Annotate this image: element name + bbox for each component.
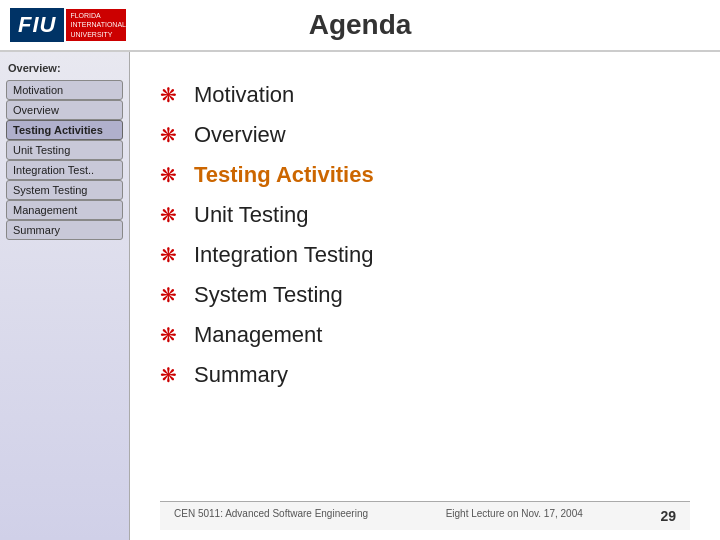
bullet-item: ❋System Testing [160,282,690,308]
page-title: Agenda [309,9,412,41]
bullet-item: ❋Unit Testing [160,202,690,228]
bullet-text: System Testing [194,282,343,308]
bullet-symbol-icon: ❋ [160,203,180,227]
footer-right: Eight Lecture on Nov. 17, 2004 [446,508,583,524]
logo-text: FIU [10,8,64,42]
bullet-symbol-icon: ❋ [160,283,180,307]
sidebar-item-integrationtest..[interactable]: Integration Test.. [6,160,123,180]
bullet-text: Overview [194,122,286,148]
agenda-list: ❋Motivation❋Overview❋Testing Activities❋… [160,82,690,402]
bullet-item: ❋Motivation [160,82,690,108]
bullet-text: Management [194,322,322,348]
bullet-text: Unit Testing [194,202,309,228]
bullet-text: Integration Testing [194,242,373,268]
bullet-symbol-icon: ❋ [160,243,180,267]
footer-left: CEN 5011: Advanced Software Engineering [174,508,368,524]
bullet-symbol-icon: ❋ [160,123,180,147]
bullet-item: ❋Overview [160,122,690,148]
bullet-symbol-icon: ❋ [160,83,180,107]
sidebar-item-management[interactable]: Management [6,200,123,220]
main-content: Overview: MotivationOverviewTesting Acti… [0,52,720,540]
bullet-text: Motivation [194,82,294,108]
bullet-symbol-icon: ❋ [160,323,180,347]
bullet-item: ❋Integration Testing [160,242,690,268]
sidebar-section-label: Overview: [6,62,123,74]
logo-area: FIU FLORIDA INTERNATIONAL UNIVERSITY [10,8,126,42]
logo-subtitle: FLORIDA INTERNATIONAL UNIVERSITY [66,9,126,40]
header: FIU FLORIDA INTERNATIONAL UNIVERSITY Age… [0,0,720,52]
sidebar-item-testingactivities[interactable]: Testing Activities [6,120,123,140]
bullet-symbol-icon: ❋ [160,163,180,187]
sidebar-item-systemtesting[interactable]: System Testing [6,180,123,200]
bullet-item: ❋Testing Activities [160,162,690,188]
sidebar-item-overview[interactable]: Overview [6,100,123,120]
content-area: ❋Motivation❋Overview❋Testing Activities❋… [130,52,720,540]
bullet-item: ❋Management [160,322,690,348]
bullet-text: Summary [194,362,288,388]
sidebar-item-motivation[interactable]: Motivation [6,80,123,100]
page-number: 29 [660,508,676,524]
sidebar-item-summary[interactable]: Summary [6,220,123,240]
sidebar-item-unittesting[interactable]: Unit Testing [6,140,123,160]
footer: CEN 5011: Advanced Software Engineering … [160,501,690,530]
sidebar: Overview: MotivationOverviewTesting Acti… [0,52,130,540]
bullet-text: Testing Activities [194,162,374,188]
bullet-symbol-icon: ❋ [160,363,180,387]
bullet-item: ❋Summary [160,362,690,388]
